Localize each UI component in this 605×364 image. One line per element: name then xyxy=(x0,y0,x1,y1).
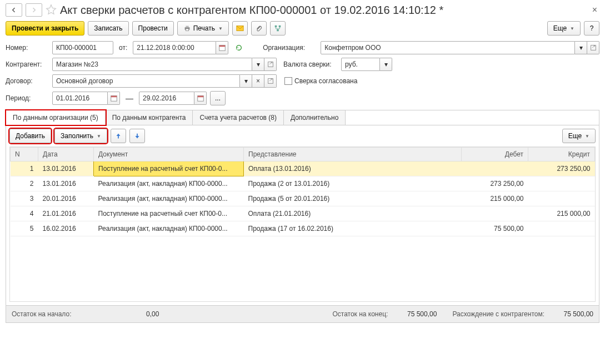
contract-label: Договор: xyxy=(6,77,49,85)
post-and-close-button[interactable]: Провести и закрыть xyxy=(6,21,84,36)
svg-rect-8 xyxy=(219,46,226,47)
more-button[interactable]: Еще▼ xyxy=(547,21,581,36)
partner-label: Контрагент: xyxy=(6,60,49,68)
dropdown-icon[interactable]: ▾ xyxy=(252,58,264,71)
period-from-input[interactable]: 01.01.2016 xyxy=(52,92,108,105)
write-button[interactable]: Записать xyxy=(88,21,128,36)
calendar-icon[interactable] xyxy=(194,92,207,105)
col-debit[interactable]: Дебет xyxy=(462,148,528,161)
print-button[interactable]: Печать▼ xyxy=(177,21,229,36)
date-input[interactable]: 21.12.2018 0:00:00 xyxy=(133,41,216,54)
from-label: от: xyxy=(119,44,127,52)
open-icon[interactable] xyxy=(264,58,277,71)
dropdown-icon[interactable]: ▾ xyxy=(575,41,587,54)
period-select-button[interactable]: ... xyxy=(210,91,226,105)
table-row[interactable]: 213.01.2016Реализация (акт, накладная) К… xyxy=(11,176,595,191)
dropdown-icon[interactable]: ▾ xyxy=(380,58,392,71)
col-n[interactable]: N xyxy=(11,148,38,161)
col-credit[interactable]: Кредит xyxy=(528,148,595,161)
calendar-icon[interactable] xyxy=(216,41,228,54)
post-button[interactable]: Провести xyxy=(132,21,174,36)
svg-rect-13 xyxy=(111,96,117,98)
svg-rect-2 xyxy=(186,29,188,31)
help-button[interactable]: ? xyxy=(584,21,599,36)
col-date[interactable]: Дата xyxy=(38,148,94,161)
page-title: Акт сверки расчетов с контрагентом КП00-… xyxy=(60,4,587,17)
balance-start-value: 0,00 xyxy=(76,310,159,318)
envelope-icon xyxy=(236,24,244,32)
svg-rect-15 xyxy=(197,96,203,98)
diff-value: 75 500,00 xyxy=(549,310,593,318)
paperclip-icon xyxy=(255,24,263,32)
add-button[interactable]: Добавить xyxy=(9,129,51,143)
arrow-down-icon xyxy=(133,132,141,140)
back-button[interactable] xyxy=(6,3,22,17)
svg-rect-1 xyxy=(186,26,188,28)
star-icon[interactable] xyxy=(46,4,57,17)
partner-input[interactable]: Магазин №23 xyxy=(52,58,252,71)
move-down-button[interactable] xyxy=(129,129,145,143)
svg-rect-6 xyxy=(277,29,279,32)
currency-input[interactable]: руб. xyxy=(341,58,380,71)
table-row[interactable]: 113.01.2016Поступление на расчетный счет… xyxy=(11,161,595,176)
period-label: Период: xyxy=(6,94,49,102)
number-input[interactable]: КП00-000001 xyxy=(52,41,113,54)
arrow-up-icon xyxy=(114,132,122,140)
tab-org-data[interactable]: По данным организации (5) xyxy=(6,110,106,125)
period-to-input[interactable]: 29.02.2016 xyxy=(139,92,194,105)
balance-end-label: Остаток на конец: xyxy=(332,310,388,318)
balance-end-value: 75 500,00 xyxy=(392,310,437,318)
agreed-checkbox[interactable]: Сверка согласована xyxy=(284,77,357,85)
structure-icon xyxy=(274,24,282,32)
open-icon[interactable] xyxy=(264,74,277,88)
entries-table: N Дата Документ Представление Дебет Кред… xyxy=(10,147,595,236)
open-icon[interactable] xyxy=(587,41,599,54)
org-label: Организация: xyxy=(263,44,317,52)
tab-partner-data[interactable]: По данным контрагента xyxy=(106,110,193,125)
close-icon[interactable]: × xyxy=(590,5,599,15)
diff-label: Расхождение с контрагентом: xyxy=(452,310,544,318)
printer-icon xyxy=(183,24,191,32)
org-input[interactable]: Конфетпром ООО xyxy=(321,41,575,54)
calendar-icon[interactable] xyxy=(108,92,120,105)
svg-rect-5 xyxy=(279,26,281,28)
structure-button[interactable] xyxy=(270,21,286,36)
table-row[interactable]: 320.01.2016Реализация (акт, накладная) К… xyxy=(11,191,595,206)
currency-label: Валюта сверки: xyxy=(283,60,338,68)
attach-button[interactable] xyxy=(251,21,267,36)
panel-more-button[interactable]: Еще▼ xyxy=(562,129,596,143)
clear-icon[interactable]: × xyxy=(252,74,264,88)
tab-accounts[interactable]: Счета учета расчетов (8) xyxy=(193,110,283,125)
move-up-button[interactable] xyxy=(111,129,126,143)
dropdown-icon[interactable]: ▾ xyxy=(240,74,252,88)
number-label: Номер: xyxy=(6,44,49,52)
svg-rect-4 xyxy=(275,26,277,28)
contract-input[interactable]: Основной договор xyxy=(52,74,240,88)
table-row[interactable]: 516.02.2016Реализация (акт, накладная) К… xyxy=(11,221,595,236)
fill-button[interactable]: Заполнить▼ xyxy=(54,129,107,143)
refresh-icon[interactable] xyxy=(235,44,243,52)
col-doc[interactable]: Документ xyxy=(94,148,244,161)
forward-button[interactable] xyxy=(26,3,42,17)
table-row[interactable]: 421.01.2016Поступление на расчетный счет… xyxy=(11,206,595,221)
email-button[interactable] xyxy=(232,21,248,36)
balance-start-label: Остаток на начало: xyxy=(12,310,71,318)
col-repr[interactable]: Представление xyxy=(244,148,462,161)
tab-extra[interactable]: Дополнительно xyxy=(284,110,346,125)
